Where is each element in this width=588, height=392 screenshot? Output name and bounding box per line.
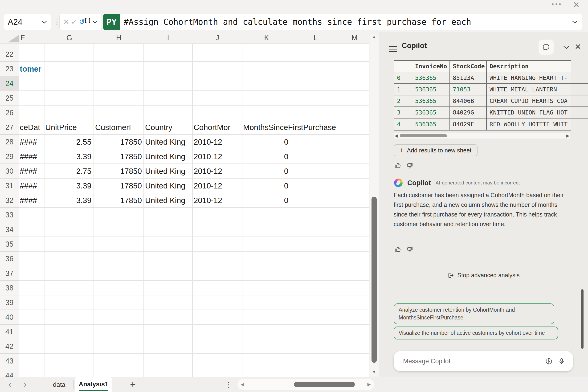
row-header[interactable]: 38 [0, 281, 19, 296]
add-results-button[interactable]: + Add results to new sheet [394, 144, 478, 156]
chevron-down-icon[interactable] [563, 45, 570, 50]
data-cell[interactable]: #### [20, 164, 44, 178]
data-cell[interactable]: #### [20, 193, 44, 208]
row-header[interactable]: 32 [0, 193, 19, 208]
row-header[interactable]: 42 [0, 339, 19, 354]
tabbar-dots-icon[interactable]: ⋮ [225, 377, 232, 392]
table-horizontal-scrollbar[interactable]: ◀ ▶ [394, 133, 570, 138]
select-all-corner[interactable] [8, 35, 19, 42]
scroll-right-icon[interactable]: ▶ [566, 133, 570, 138]
data-cell[interactable]: 2010-12 [194, 149, 241, 164]
header-cell[interactable]: CustomerI [95, 120, 142, 135]
window-more-icon[interactable]: ••• [552, 0, 562, 8]
data-cell[interactable]: 0 [242, 149, 288, 164]
data-cell[interactable]: United King [145, 149, 193, 164]
row-header[interactable]: 37 [0, 266, 19, 281]
brain-icon[interactable] [545, 357, 553, 365]
data-cell[interactable]: 17850 [94, 149, 142, 164]
header-cell[interactable]: UnitPrice [45, 120, 92, 135]
data-cell[interactable]: United King [145, 135, 193, 149]
column-header-l[interactable]: L [291, 32, 340, 44]
row-header[interactable]: 35 [0, 237, 19, 252]
data-cell[interactable]: 0 [242, 164, 288, 178]
menu-icon[interactable] [389, 46, 397, 54]
row-header[interactable]: 30 [0, 164, 19, 178]
sheet-tab-data[interactable]: data [46, 377, 72, 392]
row-header[interactable]: 23 [0, 62, 19, 76]
row-header[interactable]: 36 [0, 252, 19, 266]
row-header[interactable]: 31 [0, 178, 19, 193]
microphone-icon[interactable] [558, 358, 565, 365]
copilot-result-table[interactable]: InvoiceNo StockCode Description 0 536365… [394, 60, 571, 130]
column-header-h[interactable]: H [94, 32, 144, 44]
new-chat-button[interactable] [538, 40, 554, 55]
data-cell[interactable]: 17850 [94, 164, 142, 178]
data-cell[interactable]: 0 [242, 178, 288, 193]
horizontal-scroll-thumb[interactable] [294, 382, 355, 387]
row-header[interactable]: 22 [0, 47, 19, 62]
column-header-m[interactable]: M [340, 32, 369, 44]
data-cell[interactable]: 2010-12 [194, 164, 241, 178]
name-box[interactable]: A24 [4, 14, 51, 30]
data-cell[interactable]: 2.55 [45, 135, 92, 149]
header-cell[interactable]: MonthsSinceFirstPurchase [243, 120, 366, 135]
column-header-j[interactable]: J [192, 32, 242, 44]
scroll-left-icon[interactable]: ◀ [394, 133, 398, 138]
thumbs-up-icon[interactable] [394, 162, 401, 169]
row-header[interactable]: 26 [0, 106, 19, 120]
close-panel-icon[interactable]: ✕ [574, 42, 582, 51]
suggestion-chip[interactable]: Visualize the number of active customers… [394, 326, 558, 340]
data-cell[interactable]: #### [20, 135, 44, 149]
formula-text[interactable]: #Assign CohortMonth and calculate months… [120, 17, 572, 26]
python-object-icon[interactable]: ↺ [ ] [79, 18, 91, 26]
scroll-left-icon[interactable]: ◀ [241, 379, 244, 390]
copilot-scrollbar-thumb[interactable] [581, 289, 584, 349]
data-cell[interactable]: #### [20, 178, 44, 193]
row-header-selected[interactable]: 24 [0, 76, 19, 91]
column-header-f[interactable]: F [20, 32, 26, 44]
data-cell[interactable]: United King [145, 164, 193, 178]
row-header[interactable]: 34 [0, 222, 19, 237]
row-header[interactable]: 40 [0, 310, 19, 324]
data-cell[interactable]: 2010-12 [194, 193, 241, 208]
row-header[interactable]: 28 [0, 135, 19, 149]
data-cell[interactable]: 17850 [94, 135, 142, 149]
scroll-down-icon[interactable]: ▼ [370, 370, 378, 374]
scroll-up-icon[interactable]: ▲ [370, 34, 378, 39]
row-header[interactable]: 41 [0, 324, 19, 339]
window-close-icon[interactable]: ✕ [573, 0, 580, 10]
enter-icon[interactable]: ✓ [71, 18, 78, 26]
data-cell[interactable]: United King [145, 193, 193, 208]
row-header[interactable]: 33 [0, 208, 19, 222]
data-cell[interactable]: 0 [242, 193, 288, 208]
row-header[interactable]: 43 [0, 354, 19, 368]
data-cell[interactable]: 3.39 [45, 178, 92, 193]
sheet-horizontal-scrollbar[interactable]: ◀ ▶ [238, 379, 374, 390]
data-cell[interactable]: 3.39 [45, 193, 92, 208]
scroll-right-icon[interactable]: ▶ [367, 379, 371, 390]
horizontal-scroll-thumb[interactable] [400, 134, 447, 137]
data-cell[interactable]: 2.75 [45, 164, 92, 178]
vertical-scroll-thumb[interactable] [372, 197, 377, 363]
column-header-g[interactable]: G [45, 32, 94, 44]
header-cell[interactable]: Country [145, 120, 193, 135]
data-cell[interactable]: 2010-12 [194, 178, 241, 193]
data-cell[interactable]: 17850 [94, 193, 142, 208]
cancel-icon[interactable]: ✕ [63, 18, 70, 26]
cell-spill-text[interactable]: tomer [20, 62, 44, 76]
chevron-down-icon[interactable] [92, 20, 98, 24]
row-header[interactable]: 25 [0, 91, 19, 106]
sheet-grid[interactable] [19, 44, 369, 377]
message-input[interactable]: Message Copilot [394, 351, 573, 371]
stop-advanced-analysis-button[interactable]: Stop advanced analysis [379, 272, 588, 279]
header-cell[interactable]: ceDat [20, 120, 44, 135]
sheet-nav-prev-icon[interactable]: ‹ [8, 377, 12, 392]
data-cell[interactable]: 2010-12 [194, 135, 241, 149]
data-cell[interactable]: #### [20, 149, 44, 164]
row-header[interactable]: 29 [0, 149, 19, 164]
data-cell[interactable]: 17850 [94, 178, 142, 193]
header-cell[interactable]: CohortMor [194, 120, 241, 135]
suggestion-chip[interactable]: Analyze customer retention by CohortMont… [394, 304, 554, 324]
sheet-nav-next-icon[interactable]: › [24, 377, 26, 392]
chevron-down-icon[interactable] [41, 20, 47, 24]
